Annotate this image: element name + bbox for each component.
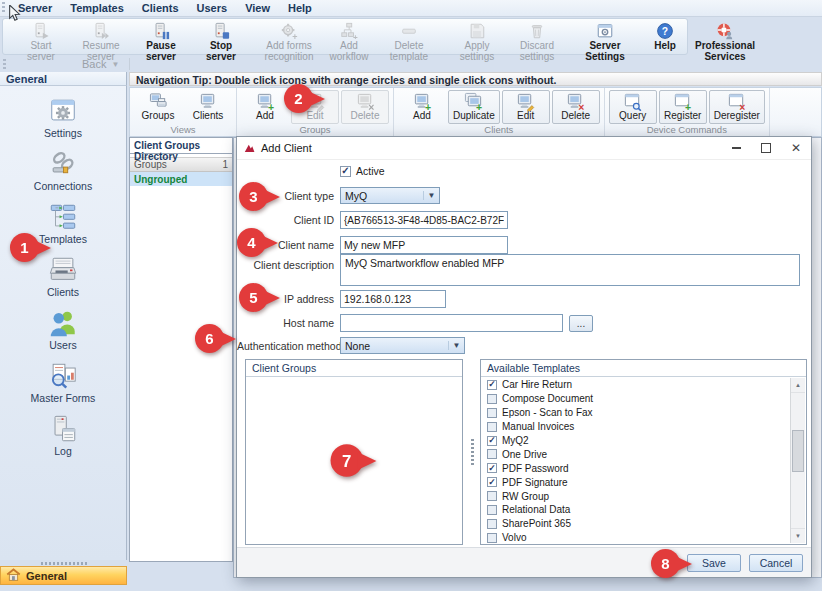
ribbon-button-label: Add [413, 111, 431, 121]
clients-delete-button[interactable]: ×Delete [552, 90, 600, 124]
template-label: One Drive [502, 449, 547, 460]
client-description-field[interactable]: MyQ Smartworkflow enabled MFP [340, 254, 800, 286]
toolbar-grip[interactable] [3, 59, 6, 70]
template-checkbox[interactable] [487, 422, 497, 432]
close-button[interactable]: ✕ [781, 138, 811, 158]
delete-icon: × [356, 92, 375, 111]
template-row-pdf-password[interactable]: PDF Password [482, 461, 790, 475]
template-label: MyQ2 [502, 435, 529, 446]
template-checkbox[interactable] [487, 436, 497, 446]
scroll-up-icon[interactable]: ▲ [791, 378, 805, 393]
maximize-button[interactable] [751, 138, 781, 158]
sidebar-item-settings[interactable]: Settings [0, 95, 126, 139]
ip-address-field[interactable] [340, 290, 446, 308]
menu-templates[interactable]: Templates [62, 1, 132, 15]
client-id-label: Client ID [237, 214, 334, 226]
client-id-field[interactable] [340, 211, 508, 229]
menu-help[interactable]: Help [280, 1, 320, 15]
toolbar-grip[interactable] [2, 2, 5, 14]
panel-splitter[interactable] [468, 359, 476, 545]
delete-template-icon [400, 22, 418, 40]
template-row-pdf-signature[interactable]: PDF Signature [482, 475, 790, 489]
groups-list-header[interactable]: Groups 1 [130, 157, 232, 172]
menu-users[interactable]: Users [189, 1, 236, 15]
host-name-browse-button[interactable]: ... [569, 315, 593, 332]
client-name-field[interactable] [340, 236, 508, 254]
dialog-title-bar[interactable]: Add Client ✕ [237, 137, 811, 160]
templates-scrollbar[interactable]: ▲ ▼ [790, 378, 805, 543]
template-row-volvo[interactable]: Volvo [482, 531, 790, 543]
clients-add-button[interactable]: +Add [398, 90, 446, 124]
deregister-icon: × [727, 92, 746, 111]
template-checkbox[interactable] [487, 519, 497, 529]
ribbon-group-device-commands: Query+Register×DeregisterDevice Commands [605, 88, 770, 136]
callout-5: 5 [239, 283, 280, 312]
help-button[interactable]: ?Help [635, 20, 695, 53]
stop-server-button[interactable]: Stop server [191, 20, 251, 53]
add-client-dialog: Add Client ✕ Active Client type MyQ ▼ Cl… [236, 136, 812, 578]
professional-services-button[interactable]: Professional Services [695, 20, 755, 53]
template-row-car-hire-return[interactable]: Car Hire Return [482, 378, 790, 392]
clients-duplicate-button[interactable]: +Duplicate [448, 90, 500, 124]
sidebar-item-connections[interactable]: Connections [0, 148, 126, 192]
delete-icon: × [566, 92, 585, 111]
menu-clients[interactable]: Clients [134, 1, 187, 15]
cancel-button[interactable]: Cancel [749, 554, 803, 572]
help-icon: ? [656, 22, 674, 40]
auth-method-select[interactable]: None ▼ [340, 337, 465, 354]
save-button[interactable]: Save [687, 554, 741, 572]
resume-server-button: Resume server [71, 20, 131, 53]
pause-server-button[interactable]: Pause server [131, 20, 191, 53]
template-checkbox[interactable] [487, 491, 497, 501]
sidebar-item-master-forms[interactable]: Master Forms [0, 360, 126, 404]
template-row-rw-group[interactable]: RW Group [482, 489, 790, 503]
server-settings-button[interactable]: Server Settings [575, 20, 635, 53]
client-type-select[interactable]: MyQ ▼ [340, 187, 440, 204]
home-icon [6, 567, 21, 584]
professional-services-icon [716, 22, 734, 40]
add-icon: + [256, 92, 275, 111]
template-label: Volvo [502, 532, 526, 543]
apply-settings-button: Apply settings [447, 20, 507, 53]
minimize-button[interactable] [721, 138, 751, 158]
views-clients-button[interactable]: Clients [184, 90, 232, 124]
ribbon-button-label: Deregister [714, 111, 760, 121]
host-name-label: Host name [237, 317, 334, 329]
template-row-epson-scan-to-fax[interactable]: Epson - Scan to Fax [482, 406, 790, 420]
template-checkbox[interactable] [487, 449, 497, 459]
device-commands-register-button[interactable]: +Register [659, 90, 707, 124]
template-row-myq2[interactable]: MyQ2 [482, 434, 790, 448]
active-checkbox[interactable] [340, 166, 351, 177]
template-checkbox[interactable] [487, 533, 497, 543]
add-icon: + [413, 92, 432, 111]
sidebar-item-log[interactable]: Log [0, 413, 126, 457]
template-row-one-drive[interactable]: One Drive [482, 447, 790, 461]
views-groups-button[interactable]: Groups [134, 90, 182, 124]
sidebar-item-label: Connections [34, 180, 92, 192]
clients-edit-button[interactable]: Edit [502, 90, 550, 124]
template-row-relational-data[interactable]: Relational Data [482, 503, 790, 517]
device-commands-query-button[interactable]: Query [609, 90, 657, 124]
template-row-sharepoint-365[interactable]: SharePoint 365 [482, 517, 790, 531]
template-checkbox[interactable] [487, 477, 497, 487]
group-row-ungrouped[interactable]: Ungrouped [130, 172, 232, 186]
template-checkbox[interactable] [487, 505, 497, 515]
sidebar-footer-general[interactable]: General [0, 566, 127, 585]
host-name-field[interactable] [340, 314, 563, 332]
template-checkbox[interactable] [487, 408, 497, 418]
scroll-down-icon[interactable]: ▼ [791, 528, 805, 543]
template-checkbox[interactable] [487, 380, 497, 390]
scrollbar-thumb[interactable] [792, 430, 804, 472]
add-forms-recognition-button: +Add forms recognition [259, 20, 319, 53]
back-button[interactable]: Back▼ [82, 58, 119, 70]
template-checkbox[interactable] [487, 463, 497, 473]
groups-add-button[interactable]: +Add [241, 90, 289, 124]
ribbon-button-label: Duplicate [453, 111, 495, 121]
template-row-compose-document[interactable]: Compose Document [482, 392, 790, 406]
chevron-down-icon: ▼ [448, 341, 464, 350]
menu-view[interactable]: View [237, 1, 278, 15]
template-checkbox[interactable] [487, 394, 497, 404]
device-commands-deregister-button[interactable]: ×Deregister [709, 90, 765, 124]
sidebar-item-users[interactable]: Users [0, 307, 126, 351]
template-row-manual-invoices[interactable]: Manual Invoices [482, 420, 790, 434]
